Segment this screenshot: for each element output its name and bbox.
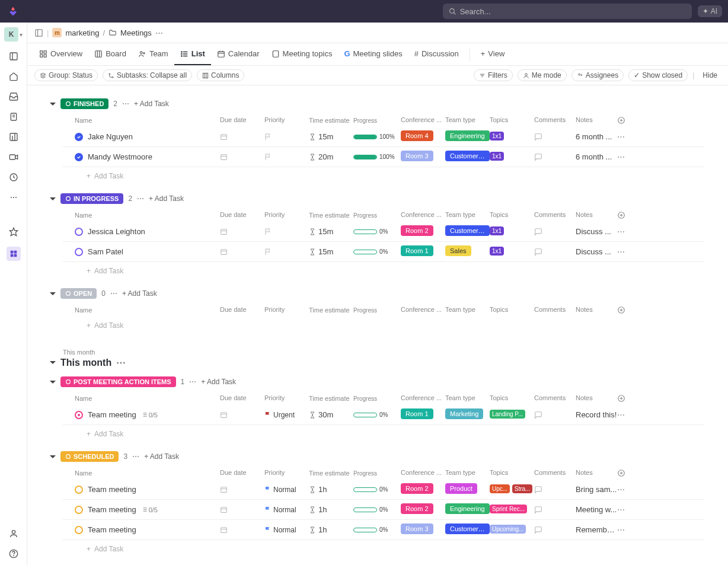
group-more-icon[interactable]: ⋯ [189,378,196,386]
task-row[interactable]: Jake Nguyen 15m 100% Room 4 Engineering … [63,127,704,147]
tab-list[interactable]: List [174,43,211,65]
filter-show-closed[interactable]: ✓Show closed [628,69,688,81]
group-more-icon[interactable]: ⋯ [122,100,129,108]
add-column-icon[interactable] [617,306,635,314]
filter-assignees[interactable]: Assignees [571,69,624,81]
filter-hide[interactable]: Hide [699,71,721,79]
row-more-icon[interactable]: ⋯ [617,132,635,141]
calendar-icon[interactable] [220,506,228,513]
add-column-icon[interactable] [617,469,635,477]
add-task-inline[interactable]: + Add Task [87,172,704,180]
docs-icon[interactable] [8,111,19,122]
timesheets-icon[interactable] [8,172,19,183]
add-task-button[interactable]: + Add Task [134,100,169,108]
add-task-button[interactable]: + Add Task [149,194,184,203]
collapse-sidebar-icon[interactable] [34,28,43,37]
tab-team[interactable]: Team [132,43,174,65]
filter-filters[interactable]: Filters [474,69,513,81]
dashboards-icon[interactable] [8,132,19,142]
calendar-icon[interactable] [220,486,228,493]
comment-icon[interactable] [534,248,542,256]
group-more-icon[interactable]: ⋯ [132,452,139,461]
calendar-icon[interactable] [220,411,228,419]
favorites-icon[interactable] [8,226,19,237]
filter-columns[interactable]: Columns [197,69,244,81]
row-more-icon[interactable]: ⋯ [617,247,635,256]
task-row[interactable]: Mandy Westmoore 20m 100% Room 3 Customer… [63,147,704,167]
comment-icon[interactable] [534,228,542,236]
tab-meeting-slides[interactable]: GMeeting slides [338,43,408,65]
row-more-icon[interactable]: ⋯ [617,227,635,236]
add-task-inline[interactable]: + Add Task [87,321,704,330]
group-more-icon[interactable]: ⋯ [110,289,117,298]
priority-cell[interactable]: Urgent [264,411,309,419]
status-pill[interactable]: OPEN [60,288,97,299]
add-task-button[interactable]: + Add Task [144,452,179,461]
calendar-icon[interactable] [220,228,228,235]
row-more-icon[interactable]: ⋯ [617,525,635,534]
calendar-icon[interactable] [220,153,228,161]
row-more-icon[interactable]: ⋯ [617,505,635,514]
section-more-icon[interactable]: ⋯ [116,357,126,368]
add-task-inline[interactable]: + Add Task [87,267,704,275]
row-more-icon[interactable]: ⋯ [617,410,635,419]
help-icon[interactable] [8,548,19,559]
breadcrumb-workspace[interactable]: marketing [65,28,99,37]
tab-meeting-topics[interactable]: Meeting topics [266,43,339,65]
collapse-section-icon[interactable] [50,361,56,364]
ai-button[interactable]: ✦ AI [698,5,722,17]
collapse-group-icon[interactable] [50,292,56,295]
row-more-icon[interactable]: ⋯ [617,152,635,161]
priority-cell[interactable] [264,133,309,141]
priority-cell[interactable]: Normal [264,486,309,494]
task-row[interactable]: Jessica Leighton 15m 0% Room 2 Customer … [63,222,704,242]
row-more-icon[interactable]: ⋯ [617,485,635,494]
comment-icon[interactable] [534,411,542,419]
collapse-group-icon[interactable] [50,197,56,200]
chevron-down-icon[interactable]: ▾ [20,31,23,38]
add-task-button[interactable]: + Add Task [122,289,157,298]
more-icon[interactable] [8,192,19,203]
task-row[interactable]: Team meeting Normal 1h 0% Room 2 Product… [63,480,704,500]
comment-icon[interactable] [534,133,542,141]
comment-icon[interactable] [534,153,542,161]
add-view-button[interactable]: +View [475,43,511,65]
tab-board[interactable]: Board [88,43,132,65]
status-pill[interactable]: FINISHED [60,98,108,109]
task-row[interactable]: Team meeting0/5 Urgent 30m 0% Room 1 Mar… [63,405,704,425]
status-pill[interactable]: IN PROGRESS [60,193,123,204]
calendar-icon[interactable] [220,526,228,534]
task-row[interactable]: Team meeting0/5 Normal 1h 0% Room 2 Engi… [63,500,704,520]
add-task-button[interactable]: + Add Task [201,378,236,386]
collapse-icon[interactable] [8,51,19,62]
priority-cell[interactable] [264,154,309,161]
priority-cell[interactable]: Normal [264,506,309,514]
calendar-icon[interactable] [220,133,228,141]
add-column-icon[interactable] [617,394,635,403]
clips-icon[interactable] [8,152,19,162]
comment-icon[interactable] [534,526,542,534]
workspace-chip[interactable]: m [52,28,62,37]
status-pill[interactable]: POST MEETING ACTION ITEMS [60,376,176,387]
spaces-icon[interactable] [7,247,21,261]
calendar-icon[interactable] [220,248,228,256]
tab-discussion[interactable]: #Discussion [408,43,465,65]
tab-overview[interactable]: Overview [33,43,88,65]
add-column-icon[interactable] [617,116,635,125]
tab-calendar[interactable]: Calendar [211,43,266,65]
breadcrumb-folder[interactable]: Meetings [120,28,152,37]
breadcrumb-more-icon[interactable]: ⋯ [155,28,163,37]
priority-cell[interactable] [264,228,309,235]
inbox-icon[interactable] [8,91,19,102]
collapse-group-icon[interactable] [50,381,56,384]
filter-group[interactable]: Group: Status [34,69,98,81]
workspace-avatar[interactable]: K [4,27,18,42]
status-pill[interactable]: SCHEDULED [60,451,119,462]
add-column-icon[interactable] [617,211,635,219]
comment-icon[interactable] [534,506,542,514]
priority-cell[interactable]: Normal [264,526,309,534]
comment-icon[interactable] [534,486,542,494]
priority-cell[interactable] [264,248,309,256]
add-task-inline[interactable]: + Add Task [87,430,704,438]
group-more-icon[interactable]: ⋯ [137,194,144,203]
